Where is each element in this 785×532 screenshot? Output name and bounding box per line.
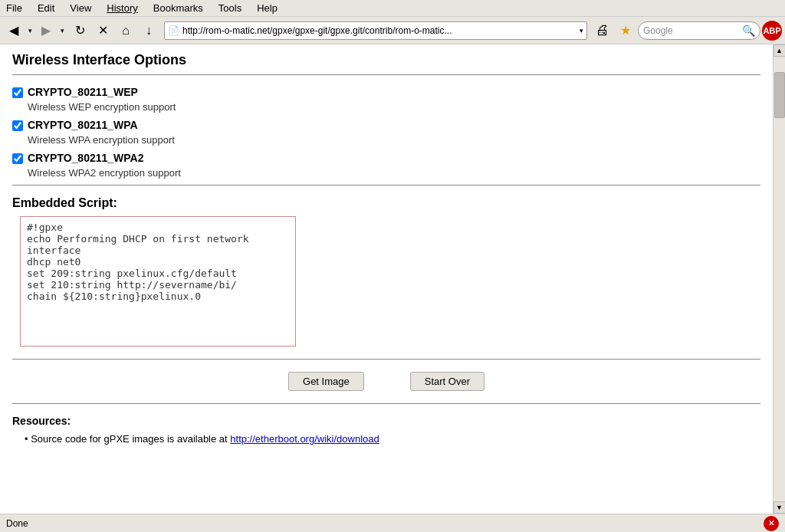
menu-view[interactable]: View xyxy=(67,1,94,15)
toolbar: ◀ ▾ ▶ ▾ ↻ ✕ ⌂ ↓ 📄 http://rom-o-matic.net… xyxy=(0,17,785,44)
back-dropdown[interactable]: ▾ xyxy=(25,20,35,41)
scroll-up-arrow[interactable]: ▲ xyxy=(774,44,786,57)
menu-help[interactable]: Help xyxy=(254,1,281,15)
content-area: Wireless Interface Options CRYPTO_80211_… xyxy=(0,44,773,514)
resources-container: • Source code for gPXE images is availab… xyxy=(12,433,760,445)
main-area: Wireless Interface Options CRYPTO_80211_… xyxy=(0,44,785,514)
download-button[interactable]: ↓ xyxy=(138,20,159,41)
option-name-wpa: CRYPTO_80211_WPA xyxy=(28,119,138,131)
menu-history[interactable]: History xyxy=(103,1,140,15)
option-desc-wep: Wireless WEP encryption support xyxy=(28,101,760,113)
scrollbar[interactable]: ▲ ▼ xyxy=(773,44,785,514)
back-forward-group: ◀ ▾ ▶ ▾ xyxy=(3,20,67,41)
scroll-thumb[interactable] xyxy=(774,72,785,118)
option-checkbox-wep[interactable] xyxy=(12,87,23,98)
resources-title: Resources: xyxy=(12,415,760,427)
status-text: Done xyxy=(6,518,28,529)
option-row: CRYPTO_80211_WPA2 xyxy=(12,152,760,164)
home-button[interactable]: ⌂ xyxy=(115,20,136,41)
search-bar[interactable]: Google 🔍 xyxy=(638,21,760,40)
forward-button[interactable]: ▶ xyxy=(35,20,57,41)
abp-button[interactable]: ABP xyxy=(762,21,782,41)
resources-divider xyxy=(12,403,760,404)
menu-tools[interactable]: Tools xyxy=(215,1,245,15)
printer-button[interactable]: 🖨 xyxy=(592,20,613,41)
menu-bookmarks[interactable]: Bookmarks xyxy=(150,1,206,15)
start-over-button[interactable]: Start Over xyxy=(410,372,484,391)
scroll-down-arrow[interactable]: ▼ xyxy=(774,501,786,514)
buttons-row: Get Image Start Over xyxy=(12,372,760,391)
option-name-wpa2: CRYPTO_80211_WPA2 xyxy=(28,152,143,164)
script-textarea-wrapper xyxy=(12,216,760,346)
statusbar: Done ✕ xyxy=(0,514,785,532)
reload-button[interactable]: ↻ xyxy=(69,20,90,41)
menu-file[interactable]: File xyxy=(3,1,25,15)
embedded-script-label: Embedded Script: xyxy=(12,196,760,210)
url-icon: 📄 xyxy=(168,25,179,36)
forward-dropdown[interactable]: ▾ xyxy=(57,20,67,41)
section-divider-top xyxy=(12,74,760,75)
section-divider-bottom xyxy=(12,359,760,360)
option-checkbox-wpa[interactable] xyxy=(12,120,23,131)
option-name-wep: CRYPTO_80211_WEP xyxy=(28,86,138,98)
back-button[interactable]: ◀ xyxy=(3,20,25,41)
url-text: http://rom-o-matic.net/gpxe/gpxe-git/gpx… xyxy=(182,25,580,36)
star-button[interactable]: ★ xyxy=(615,20,636,41)
statusbar-error-icon[interactable]: ✕ xyxy=(764,516,779,531)
option-desc-wpa2: Wireless WPA2 encryption support xyxy=(28,167,760,179)
option-checkbox-wpa2[interactable] xyxy=(12,153,23,164)
options-container: CRYPTO_80211_WEPWireless WEP encryption … xyxy=(12,86,760,179)
script-textarea[interactable] xyxy=(20,216,296,346)
get-image-button[interactable]: Get Image xyxy=(288,372,364,391)
url-dropdown[interactable]: ▾ xyxy=(580,27,583,34)
section-title: Wireless Interface Options xyxy=(12,52,760,68)
option-row: CRYPTO_80211_WEP xyxy=(12,86,760,98)
menubar: File Edit View History Bookmarks Tools H… xyxy=(0,0,785,17)
menu-edit[interactable]: Edit xyxy=(34,1,57,15)
stop-button[interactable]: ✕ xyxy=(92,20,113,41)
url-bar[interactable]: 📄 http://rom-o-matic.net/gpxe/gpxe-git/g… xyxy=(164,21,587,40)
option-row: CRYPTO_80211_WPA xyxy=(12,119,760,131)
resource-item: • Source code for gPXE images is availab… xyxy=(25,433,760,445)
section-divider-mid xyxy=(12,185,760,186)
resource-link[interactable]: http://etherboot.org/wiki/download xyxy=(230,433,379,445)
option-desc-wpa: Wireless WPA encryption support xyxy=(28,134,760,146)
search-placeholder: Google xyxy=(643,25,742,36)
search-icon[interactable]: 🔍 xyxy=(742,25,755,37)
